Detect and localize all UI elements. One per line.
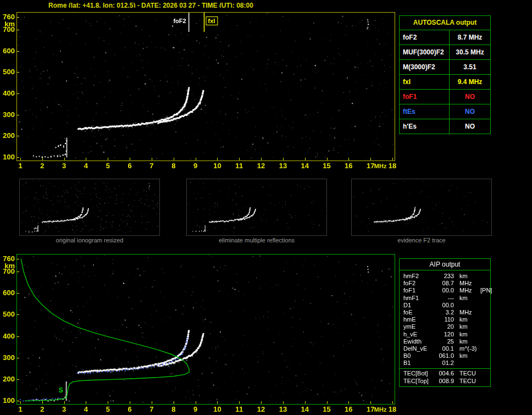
aip-label: DelN_vE: [403, 345, 436, 352]
aip-unit: TECU: [455, 370, 478, 377]
aip-note: [478, 378, 490, 385]
parameter-value: 8.7 MHz: [450, 30, 490, 45]
aip-row: B0061.0km: [403, 352, 490, 359]
thumbnail-f2-trace-evidence: [351, 179, 492, 236]
aip-note: [478, 273, 490, 280]
aip-note: [478, 331, 490, 338]
aip-label: hmF2: [403, 273, 436, 280]
aip-note: [478, 309, 490, 316]
aip-label: B1: [403, 359, 436, 367]
aip-unit: MHz: [455, 280, 478, 287]
aip-note: [478, 370, 490, 377]
parameter-label: foF2: [400, 30, 450, 45]
aip-row: foF208.7MHz: [403, 280, 490, 287]
aip-output-panel: AIP output hmF2233kmfoF208.7MHzfoF100.0M…: [399, 258, 491, 387]
aip-unit: km: [455, 331, 478, 338]
autoscala-panel-title: AUTOSCALA output: [400, 16, 490, 30]
aip-note: [478, 302, 490, 309]
parameter-value: NO: [450, 104, 490, 119]
aip-value: ---: [436, 295, 455, 302]
parameter-value: 3.51: [450, 60, 490, 74]
aip-unit: km: [455, 352, 478, 359]
aip-row: Ewidth25km: [403, 338, 490, 345]
aip-note: [478, 323, 490, 330]
aip-tec-rows: TEC[Bot]004.6TECUTEC[Top]008.9TECU: [400, 369, 490, 386]
parameter-label: fxI: [400, 75, 450, 89]
aip-value: 08.7: [436, 280, 455, 287]
aip-row: ymE20km: [403, 323, 490, 330]
aip-label: foE: [403, 309, 436, 316]
aip-row: D100.0: [403, 302, 490, 309]
thumbnail-original-ionogram: [19, 179, 160, 236]
aip-unit: km: [455, 323, 478, 330]
aip-unit: [455, 359, 478, 367]
parameter-label: ftEs: [400, 104, 450, 119]
parameter-label: h'Es: [400, 119, 450, 134]
aip-row: foF100.0MHz[PN]: [403, 287, 490, 294]
aip-value: 00.0: [436, 287, 455, 294]
parameter-value: NO: [450, 119, 490, 134]
aip-label: D1: [403, 302, 436, 309]
aip-value: 00.1: [436, 345, 455, 352]
autoscala-row: M(3000)F23.51: [400, 60, 490, 75]
parameter-label: M(3000)F2: [400, 60, 450, 74]
autoscala-row: foF1NO: [400, 90, 490, 104]
aip-row: hmF2233km: [403, 273, 490, 280]
aip-value: 008.9: [436, 378, 455, 385]
aip-label: Ewidth: [403, 338, 436, 345]
autoscala-output-panel: AUTOSCALA output foF28.7 MHzMUF(3000)F23…: [399, 15, 491, 134]
thumbnail-eliminate-reflections: [186, 179, 327, 236]
autoscala-window: Rome (lat: +41.8, lon: 012.5) - DATE: 20…: [0, 0, 532, 415]
aip-value: 120: [436, 331, 455, 338]
aip-value: 3.2: [436, 309, 455, 316]
aip-label: ymE: [403, 323, 436, 330]
thumbnail-caption: eliminate multiple reflections: [186, 237, 327, 244]
aip-unit: MHz: [455, 287, 478, 294]
aip-value: 061.0: [436, 352, 455, 359]
aip-label: TEC[Top]: [403, 378, 436, 385]
aip-label: TEC[Bot]: [403, 370, 436, 377]
aip-value: 233: [436, 273, 455, 280]
aip-value: 25: [436, 338, 455, 345]
aip-note: [478, 280, 490, 287]
aip-unit: TECU: [455, 378, 478, 385]
aip-note: [478, 338, 490, 345]
aip-label: B0: [403, 352, 436, 359]
aip-note: [PN]: [478, 287, 492, 294]
aip-label: foF2: [403, 280, 436, 287]
aip-note: [478, 352, 490, 359]
parameter-value: 30.5 MHz: [450, 45, 490, 59]
parameter-label: MUF(3000)F2: [400, 45, 450, 59]
aip-row: TEC[Bot]004.6TECU: [403, 370, 490, 377]
aip-label: foF1: [403, 287, 436, 294]
autoscala-row: ftEsNO: [400, 104, 490, 119]
aip-unit: km: [455, 295, 478, 302]
aip-label: h_vE: [403, 331, 436, 338]
aip-row: B101.2: [403, 359, 490, 367]
aip-value: 00.0: [436, 302, 455, 309]
autoscala-row: foF28.7 MHz: [400, 30, 490, 45]
parameter-value: 9.4 MHz: [450, 75, 490, 89]
aip-rows: hmF2233kmfoF208.7MHzfoF100.0MHz[PN]hmF1-…: [400, 270, 490, 368]
aip-unit: [455, 302, 478, 309]
autoscala-row: fxI9.4 MHz: [400, 75, 490, 90]
parameter-label: foF1: [400, 90, 450, 104]
aip-unit: m^(-3): [455, 345, 478, 352]
parameter-value: NO: [450, 90, 490, 104]
aip-row: TEC[Top]008.9TECU: [403, 378, 490, 385]
thumbnail-caption: evidence F2 trace: [351, 237, 492, 244]
aip-row: hmF1---km: [403, 295, 490, 302]
aip-panel-title: AIP output: [400, 259, 490, 270]
aip-unit: km: [455, 273, 478, 280]
aip-row: h_vE120km: [403, 331, 490, 338]
thumbnail-caption: original ionogram resized: [19, 237, 160, 244]
autoscala-row: h'EsNO: [400, 119, 490, 134]
aip-note: [478, 316, 490, 323]
aip-row: foE3.2MHz: [403, 309, 490, 316]
aip-note: [478, 295, 490, 302]
aip-value: 110: [436, 316, 455, 323]
aip-unit: km: [455, 316, 478, 323]
aip-value: 20: [436, 323, 455, 330]
autoscala-rows: foF28.7 MHzMUF(3000)F230.5 MHzM(3000)F23…: [400, 30, 490, 134]
aip-label: hmE: [403, 316, 436, 323]
